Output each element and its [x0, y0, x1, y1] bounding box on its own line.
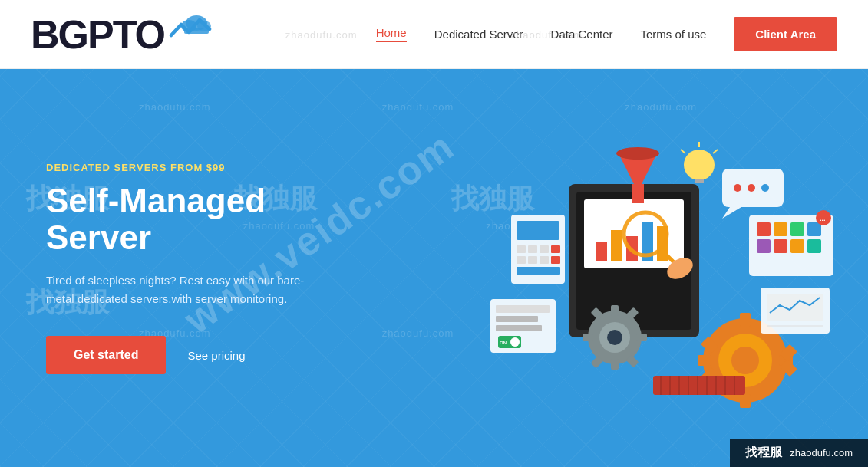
svg-rect-51: [636, 334, 647, 341]
svg-rect-84: [774, 239, 787, 253]
nav-dedicated-server[interactable]: Dedicated Server: [434, 28, 523, 41]
logo-text: BGPTO: [31, 15, 164, 54]
svg-rect-83: [757, 239, 771, 253]
svg-rect-29: [517, 221, 559, 240]
svg-point-26: [748, 184, 755, 192]
svg-rect-68: [653, 376, 745, 395]
logo-icon: [167, 14, 213, 49]
svg-point-48: [607, 330, 622, 345]
hero-title: Self-Managed Server: [46, 183, 368, 257]
svg-rect-7: [596, 242, 607, 261]
svg-text:ON: ON: [500, 340, 507, 345]
svg-rect-79: [757, 222, 771, 236]
svg-point-27: [761, 184, 769, 192]
svg-rect-40: [496, 305, 550, 313]
nav: Home Dedicated Server Data Center Terms …: [376, 17, 837, 51]
nav-home[interactable]: Home: [376, 26, 407, 42]
svg-rect-19: [695, 179, 704, 183]
hero-content: DEDICATED SERVERS FROM $99 Self-Managed …: [0, 162, 368, 375]
svg-rect-41: [496, 316, 538, 322]
svg-rect-90: [767, 294, 823, 321]
svg-rect-30: [517, 245, 526, 253]
hero-tagline: DEDICATED SERVERS FROM $99: [46, 162, 368, 173]
bottom-bar-url: zhaodufu.com: [790, 447, 853, 459]
svg-rect-60: [740, 313, 751, 327]
svg-point-18: [684, 150, 715, 180]
get-started-button[interactable]: Get started: [46, 336, 166, 374]
svg-rect-42: [496, 325, 542, 331]
nav-terms[interactable]: Terms of use: [640, 28, 706, 41]
svg-line-22: [681, 150, 685, 153]
svg-point-25: [734, 184, 741, 192]
svg-rect-63: [698, 355, 711, 366]
bottom-bar: 找程服 zhaodufu.com: [730, 439, 868, 467]
nav-data-center[interactable]: Data Center: [551, 28, 613, 41]
svg-rect-35: [528, 256, 537, 264]
svg-point-59: [731, 347, 759, 374]
svg-rect-82: [807, 222, 821, 236]
svg-point-44: [510, 337, 520, 347]
svg-rect-81: [790, 222, 804, 236]
see-pricing-link[interactable]: See pricing: [187, 349, 245, 362]
svg-rect-33: [551, 245, 560, 253]
svg-rect-86: [807, 239, 821, 253]
svg-rect-80: [774, 222, 787, 236]
hero-section: zhaodufu.com zhaodufu.com zhaodufu.com z…: [0, 69, 868, 467]
svg-rect-38: [517, 267, 560, 275]
svg-rect-8: [611, 230, 622, 261]
hero-actions: Get started See pricing: [46, 336, 368, 374]
svg-marker-24: [722, 207, 741, 219]
logo[interactable]: BGPTO: [31, 15, 213, 54]
svg-rect-31: [528, 245, 537, 253]
header: BGPTO zhaodufu.com zhaodufu.com Home Ded…: [0, 0, 868, 69]
svg-rect-36: [540, 256, 549, 264]
svg-rect-49: [611, 305, 619, 316]
svg-rect-50: [611, 359, 619, 370]
svg-rect-85: [790, 239, 804, 253]
client-area-button[interactable]: Client Area: [734, 17, 837, 51]
svg-rect-52: [583, 334, 593, 341]
server-illustration: ON: [446, 107, 845, 429]
hero-description: Tired of sleepless nights? Rest easy wit…: [46, 271, 322, 308]
svg-rect-16: [632, 184, 644, 203]
svg-rect-61: [740, 394, 751, 408]
svg-rect-32: [540, 245, 549, 253]
svg-rect-3: [184, 28, 209, 34]
svg-text:...: ...: [820, 215, 826, 222]
bottom-bar-cn-text: 找程服: [745, 445, 782, 461]
svg-point-17: [616, 147, 659, 160]
hero-illustration: ON: [423, 69, 868, 467]
svg-rect-37: [551, 256, 560, 264]
svg-rect-34: [517, 256, 526, 264]
svg-line-21: [713, 150, 718, 153]
